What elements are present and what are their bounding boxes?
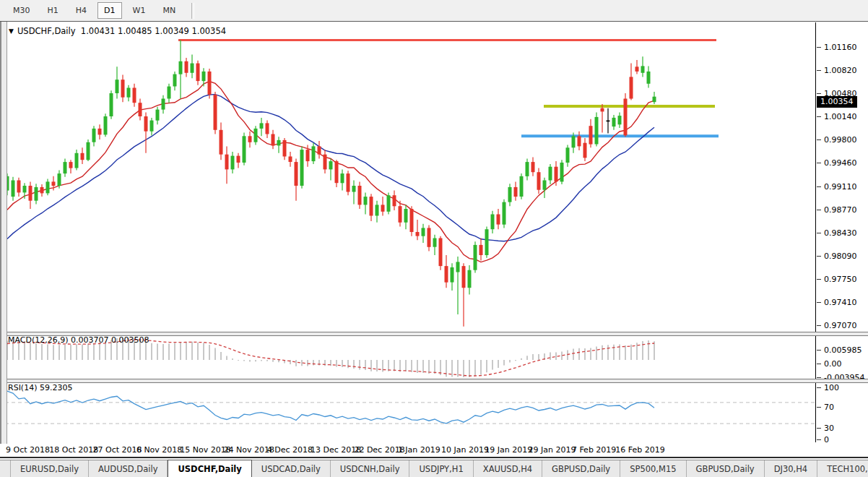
timeframe-button-h1[interactable]: H1 xyxy=(41,2,65,19)
candle-body xyxy=(329,161,333,169)
price-tick: 1.00140 xyxy=(824,112,857,121)
candle-body xyxy=(81,153,84,160)
date-axis: 9 Oct 201818 Oct 201827 Oct 20186 Nov 20… xyxy=(0,442,868,458)
candle-body xyxy=(583,143,587,158)
candle-body xyxy=(272,134,275,146)
candle-body xyxy=(422,228,425,236)
candle-body xyxy=(324,155,327,170)
candle-body xyxy=(231,156,235,170)
price-tick: 0.99460 xyxy=(824,158,857,168)
macd-signal-line xyxy=(7,340,654,376)
candle-body xyxy=(589,126,593,144)
chart-tab-usdcad-daily[interactable]: USDCAD,Daily xyxy=(252,460,331,477)
window-splitter[interactable] xyxy=(0,22,7,444)
chart-tab-gbpusd-daily[interactable]: GBPUSD,Daily xyxy=(542,460,620,477)
candle-body xyxy=(98,129,102,135)
timeframe-button-m30[interactable]: M30 xyxy=(6,2,37,19)
timeframe-button-mn[interactable]: MN xyxy=(156,2,182,19)
candle-body xyxy=(144,116,148,132)
price-tick: 0.98090 xyxy=(824,252,857,261)
price-tick: 0.97410 xyxy=(824,298,857,307)
panel-splitter[interactable] xyxy=(0,379,868,383)
candle-body xyxy=(168,87,171,99)
candle-body xyxy=(537,172,541,190)
chart-ohlc-readout: 1.00431 1.00485 1.00349 1.00354 xyxy=(81,26,226,36)
candle-body xyxy=(283,140,287,157)
chart-window: ▼USDCHF,Daily 1.00431 1.00485 1.00349 1.… xyxy=(0,22,868,460)
candle-body xyxy=(618,116,622,124)
candle-body xyxy=(601,108,604,112)
candle-body xyxy=(243,136,246,163)
candle-body xyxy=(543,181,547,190)
chart-tab-usdcnh-daily[interactable]: USDCNH,Daily xyxy=(331,460,410,477)
candle-body xyxy=(641,66,645,72)
candle-body xyxy=(566,147,570,163)
candle-body xyxy=(248,136,252,142)
date-tick-label: 9 Oct 2018 xyxy=(6,445,50,455)
candle-body xyxy=(445,266,448,283)
candle-body xyxy=(410,209,414,232)
candle-body xyxy=(503,202,506,225)
candle-body xyxy=(220,130,223,155)
candle-body xyxy=(162,99,165,110)
rsi-line xyxy=(7,391,654,424)
candle-body xyxy=(110,93,113,116)
candle-body xyxy=(387,195,391,212)
candle-body xyxy=(456,262,460,272)
timeframe-button-h4[interactable]: H4 xyxy=(69,2,93,19)
price-chart-canvas[interactable] xyxy=(5,22,815,332)
panel-splitter[interactable] xyxy=(0,332,868,336)
chart-tab-usdjpy-h1[interactable]: USDJPY,H1 xyxy=(409,460,473,477)
macd-axis-label: 0.00 xyxy=(824,359,842,369)
date-tick-label: 10 Jan 2019 xyxy=(441,445,489,455)
price-tick: 1.00820 xyxy=(824,66,857,75)
chart-tab-xauusd-h4[interactable]: XAUUSD,H4 xyxy=(474,460,542,477)
candle-body xyxy=(260,123,264,129)
candle-body xyxy=(46,181,50,193)
candle-body xyxy=(58,173,61,186)
chart-tab-sp500-m15[interactable]: SP500,M15 xyxy=(620,460,686,477)
chart-tab-gbpusd-daily[interactable]: GBPUSD,Daily xyxy=(687,460,765,477)
candle-body xyxy=(300,150,304,186)
chart-tab-bar: EURUSD,DailyAUDUSD,DailyUSDCHF,DailyUSDC… xyxy=(0,460,868,477)
candle-body xyxy=(341,173,344,183)
candle-body xyxy=(277,140,281,146)
candle-body xyxy=(439,239,443,267)
candle-body xyxy=(12,181,15,197)
chart-tab-dj30-h4[interactable]: DJ30,H4 xyxy=(765,460,818,477)
timeframe-button-d1[interactable]: D1 xyxy=(97,2,121,19)
candle-body xyxy=(312,146,316,161)
rsi-indicator-canvas[interactable] xyxy=(5,382,815,441)
chart-symbol: USDCHF,Daily xyxy=(17,26,76,36)
candle-body xyxy=(23,186,27,192)
candle-body xyxy=(214,95,217,130)
candle-body xyxy=(335,161,339,183)
toolbar-separator xyxy=(191,3,194,19)
candle-body xyxy=(428,228,431,246)
date-tick-label: 18 Oct 2018 xyxy=(49,445,98,455)
price-tick: 1.01160 xyxy=(824,43,857,52)
candle-body xyxy=(347,173,350,192)
candle-body xyxy=(479,245,483,255)
candle-body xyxy=(497,215,500,225)
chart-tab-eurusd-daily[interactable]: EURUSD,Daily xyxy=(10,460,89,477)
candle-body xyxy=(69,162,73,168)
price-tick: 0.97070 xyxy=(824,321,857,330)
rsi-indicator-label: RSI(14) 59.2305 xyxy=(8,383,72,392)
candle-body xyxy=(295,162,298,186)
date-tick-label: 1 Jan 2019 xyxy=(398,445,440,455)
candle-body xyxy=(653,97,656,103)
date-tick-label: 16 Feb 2019 xyxy=(615,445,664,455)
candle-body xyxy=(225,155,229,170)
chart-tab-audusd-daily[interactable]: AUDUSD,Daily xyxy=(89,460,168,477)
candle-body xyxy=(116,80,119,93)
timeframe-button-w1[interactable]: W1 xyxy=(126,2,152,19)
price-tick: 0.99110 xyxy=(824,182,857,192)
candle-body xyxy=(87,142,90,160)
chart-tab-tech100-h1[interactable]: TECH100,H1 xyxy=(817,460,868,477)
chart-tab-usdchf-daily[interactable]: USDCHF,Daily xyxy=(168,460,251,477)
candle-body xyxy=(185,61,188,73)
candle-body xyxy=(121,80,125,98)
candle-body xyxy=(139,103,142,116)
candle-body xyxy=(624,99,628,136)
